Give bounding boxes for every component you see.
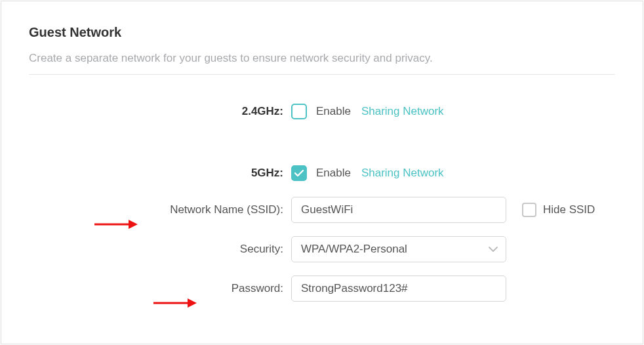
- security-row: Security: WPA/WPA2-Personal: [29, 236, 615, 262]
- page-title: Guest Network: [29, 25, 615, 40]
- ssid-input[interactable]: [291, 197, 506, 223]
- band-24ghz-sharing-link[interactable]: Sharing Network: [361, 105, 444, 118]
- band-24ghz-enable-label: Enable: [316, 105, 351, 118]
- band-5ghz-sharing-link[interactable]: Sharing Network: [361, 167, 444, 180]
- security-select[interactable]: WPA/WPA2-Personal: [291, 236, 506, 262]
- security-value: WPA/WPA2-Personal: [301, 243, 407, 256]
- band-5ghz-row: 5GHz: Enable Sharing Network: [29, 161, 615, 185]
- password-label: Password:: [29, 282, 291, 295]
- band-24ghz-label: 2.4GHz:: [29, 105, 291, 118]
- band-24ghz-enable-checkbox[interactable]: [291, 104, 307, 119]
- page-subtitle: Create a separate network for your guest…: [29, 52, 615, 65]
- ssid-row: Network Name (SSID): Hide SSID: [29, 197, 615, 223]
- hide-ssid-label: Hide SSID: [543, 203, 595, 216]
- password-input[interactable]: [291, 275, 506, 302]
- security-label: Security:: [29, 243, 291, 256]
- band-5ghz-label: 5GHz:: [29, 167, 291, 180]
- divider: [29, 74, 615, 75]
- ssid-label: Network Name (SSID):: [29, 203, 291, 216]
- password-row: Password:: [29, 275, 615, 302]
- band-24ghz-row: 2.4GHz: Enable Sharing Network: [29, 100, 615, 123]
- check-icon: [294, 170, 304, 177]
- hide-ssid-checkbox[interactable]: [522, 203, 536, 217]
- band-5ghz-enable-label: Enable: [316, 167, 351, 180]
- settings-panel: Guest Network Create a separate network …: [1, 1, 643, 344]
- band-5ghz-enable-checkbox[interactable]: [291, 165, 307, 181]
